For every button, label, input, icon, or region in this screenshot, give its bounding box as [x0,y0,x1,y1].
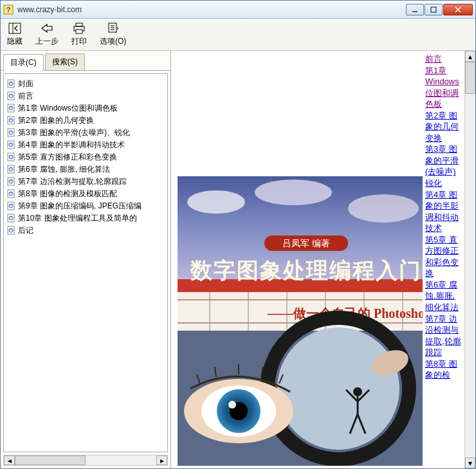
chapter-link[interactable]: 第7章 边沿检测与提取,轮廓跟踪 [425,313,462,358]
tree-item[interactable]: ?第9章 图象的压缩编码, JPEG压缩编 [6,200,165,212]
content-scrollbar-vertical[interactable]: ▴ ▾ [464,51,475,468]
chapter-link[interactable]: 前言 [425,53,462,65]
tree-item[interactable]: ?第10章 图象处理编程工具及简单的 [6,212,165,225]
chapter-link[interactable]: 第1章 [425,65,462,77]
chm-window: ? www.crazy-bit.com 隐藏 上一步 打印 选项(O) 目录( [0,0,476,469]
cover-area: 吕凤军 编著 数字图象处理编程入门 ——做一个自己的 Photoshop [171,51,423,468]
tree-item[interactable]: ?第7章 边沿检测与提取,轮廓跟踪 [6,176,165,188]
nav-tabs: 目录(C) 搜索(S) [1,51,170,71]
print-icon [73,22,86,35]
tree-item[interactable]: ?封面 [6,78,165,90]
book-cover-image: 吕凤军 编著 数字图象处理编程入门 ——做一个自己的 Photoshop [178,176,423,466]
window-controls [406,4,473,15]
print-button[interactable]: 打印 [71,22,87,47]
titlebar: ? www.crazy-bit.com [1,1,475,19]
svg-rect-3 [431,7,436,12]
scroll-left-arrow[interactable]: ◂ [4,455,15,465]
close-button[interactable] [443,4,473,15]
tree-item-label: 第8章 图像的检测及模板匹配 [18,189,117,199]
tree-item[interactable]: ?第4章 图象的半影调和抖动技术 [6,139,165,151]
options-button[interactable]: 选项(O) [100,22,126,47]
chapter-link[interactable]: 第5章 直方图修正和彩色变换 [425,234,462,279]
tree-item-label: 第10章 图象处理编程工具及简单的 [18,213,137,224]
chapter-links: 前言第1章Windows位图和调色板第2章 图象的几何变换第3章 图象的平滑(去… [423,51,464,468]
help-icon: ? [3,5,14,15]
chapter-link[interactable]: 第8章 图象的检 [425,358,462,381]
tree-item[interactable]: ?前言 [6,90,165,102]
svg-point-85 [353,387,362,396]
tree-item[interactable]: ?第6章 腐蚀, 膨胀, 细化算法 [6,163,165,176]
back-button[interactable]: 上一步 [35,22,59,47]
chapter-link[interactable]: 第3章 图象的平滑(去噪声)锐化 [425,143,462,189]
scroll-right-arrow[interactable]: ▸ [156,455,167,465]
tree-item[interactable]: ?第5章 直方图修正和彩色变换 [6,151,165,163]
svg-text:数字图象处理编程入门: 数字图象处理编程入门 [190,259,422,282]
navigation-pane: 目录(C) 搜索(S) ?封面?前言?第1章 Windows位图和调色板?第2章… [1,51,171,468]
toolbar: 隐藏 上一步 打印 选项(O) [1,19,475,51]
svg-rect-10 [76,30,82,33]
chapter-link[interactable]: 第4章 图象的半影调和抖动技术 [425,189,462,234]
tree-item[interactable]: ?后记 [6,225,165,237]
tab-contents[interactable]: 目录(C) [3,54,44,71]
hide-button[interactable]: 隐藏 [7,22,23,47]
tab-search[interactable]: 搜索(S) [45,53,85,70]
svg-text:?: ? [6,6,11,14]
tree-item-label: 第5章 直方图修正和彩色变换 [18,152,117,163]
tree-item-label: 第6章 腐蚀, 膨胀, 细化算法 [18,164,110,175]
tree-item[interactable]: ?第3章 图象的平滑(去噪声)、锐化 [6,127,165,139]
tree-item-label: 第3章 图象的平滑(去噪声)、锐化 [18,127,130,138]
chapter-link[interactable]: Windows位图和调色板 [425,76,462,110]
back-icon [41,22,53,35]
tree-item-label: 第9章 图象的压缩编码, JPEG压缩编 [18,201,142,212]
scroll-thumb[interactable] [15,455,86,465]
tree-item-label: 后记 [18,225,33,236]
svg-rect-8 [76,23,82,26]
scroll-down-arrow[interactable]: ▾ [465,457,475,468]
tree-item[interactable]: ?第2章 图象的几何变换 [6,115,165,127]
content-pane: 吕凤军 编著 数字图象处理编程入门 ——做一个自己的 Photoshop [171,51,475,468]
tree-item-label: 第1章 Windows位图和调色板 [18,103,118,114]
body-area: 目录(C) 搜索(S) ?封面?前言?第1章 Windows位图和调色板?第2章… [1,51,475,468]
chapter-link[interactable]: 第6章 腐蚀,膨胀,细化算法 [425,279,462,313]
tree-scrollbar-horizontal[interactable]: ◂ ▸ [3,455,168,466]
svg-text:吕凤军  编著: 吕凤军 编著 [282,239,330,248]
tree-item[interactable]: ?第1章 Windows位图和调色板 [6,102,165,115]
tree-item-label: 封面 [18,78,33,89]
svg-point-74 [277,327,399,450]
tree-item-label: 第4章 图象的半影调和抖动技术 [18,140,125,151]
svg-point-55 [187,190,245,214]
contents-tree[interactable]: ?封面?前言?第1章 Windows位图和调色板?第2章 图象的几何变换?第3章… [3,73,168,452]
hide-icon [8,22,21,35]
scroll-thumb-vertical[interactable] [465,62,475,94]
minimize-button[interactable] [406,4,424,15]
svg-point-79 [228,401,236,409]
svg-point-56 [255,179,332,205]
tree-item[interactable]: ?第8章 图像的检测及模板匹配 [6,188,165,200]
scroll-up-arrow[interactable]: ▴ [465,51,475,62]
tree-item-label: 第7章 边沿检测与提取,轮廓跟踪 [18,176,127,187]
window-title: www.crazy-bit.com [17,5,406,14]
chapter-link[interactable]: 第2章 图象的几何变换 [425,110,462,144]
options-icon [107,22,120,35]
svg-point-57 [348,194,419,223]
maximize-button[interactable] [425,4,443,15]
tree-item-label: 第2章 图象的几何变换 [18,115,94,126]
tree-item-label: 前言 [18,91,33,102]
